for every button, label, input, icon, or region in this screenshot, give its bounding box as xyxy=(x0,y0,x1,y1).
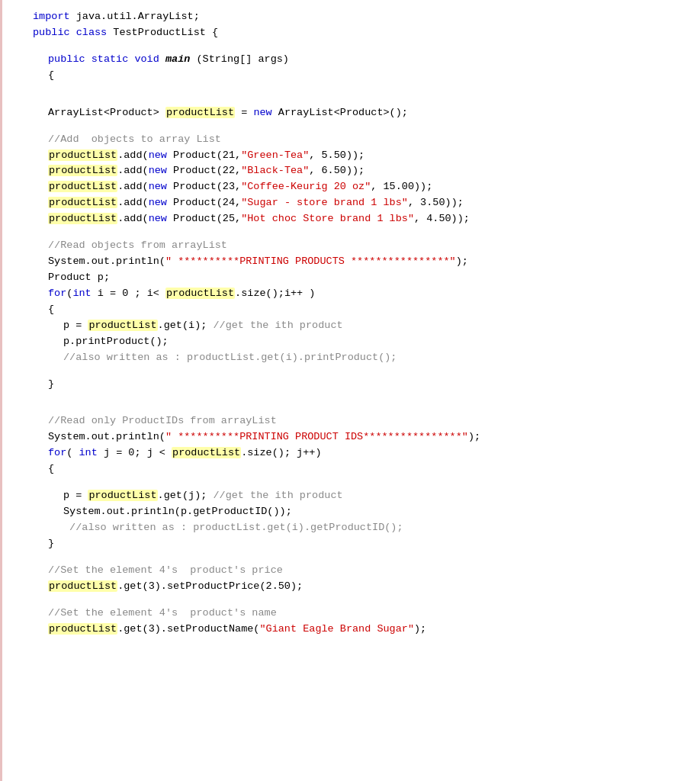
code-line-29: //Set the element 4's product's price xyxy=(33,563,685,579)
code-line-27: //also written as : productList.get(i).g… xyxy=(33,520,685,536)
code-line-28: } xyxy=(33,536,685,552)
code-line-23: for( int j = 0; j < productList.size(); … xyxy=(33,445,685,461)
code-line-21: //Read only ProductIDs from arrayList xyxy=(33,413,685,429)
code-line-20: } xyxy=(33,377,685,393)
code-line-14: Product p; xyxy=(33,270,685,286)
code-line-6: //Add objects to array List xyxy=(33,132,685,148)
code-line-26: System.out.println(p.getProductID()); xyxy=(33,504,685,520)
code-line-19: //also written as : productList.get(i).p… xyxy=(33,350,685,366)
code-content: import java.util.ArrayList; public class… xyxy=(2,9,700,638)
code-line-24: { xyxy=(33,461,685,477)
code-line-11: productList.add(new Product(25,"Hot choc… xyxy=(33,211,685,227)
code-line-1: import java.util.ArrayList; xyxy=(33,9,685,25)
code-line-12: //Read objects from arrayList xyxy=(33,238,685,254)
code-line-3: public static void main (String[] args) xyxy=(33,52,685,68)
code-line-2: public class TestProductList { xyxy=(33,25,685,41)
code-line-10: productList.add(new Product(24,"Sugar - … xyxy=(33,195,685,211)
code-line-5: ArrayList<Product> productList = new Arr… xyxy=(33,105,685,121)
code-line-8: productList.add(new Product(22,"Black-Te… xyxy=(33,163,685,179)
code-line-9: productList.add(new Product(23,"Coffee-K… xyxy=(33,179,685,195)
code-line-7: productList.add(new Product(21,"Green-Te… xyxy=(33,148,685,164)
code-line-18: p.printProduct(); xyxy=(33,334,685,350)
code-line-25: p = productList.get(j); //get the ith pr… xyxy=(33,488,685,504)
code-line-30: productList.get(3).setProductPrice(2.50)… xyxy=(33,579,685,595)
code-line-13: System.out.println(" **********PRINTING … xyxy=(33,254,685,270)
code-line-22: System.out.println(" **********PRINTING … xyxy=(33,429,685,445)
code-editor: import java.util.ArrayList; public class… xyxy=(0,0,700,781)
code-line-17: p = productList.get(i); //get the ith pr… xyxy=(33,318,685,334)
code-line-4: { xyxy=(33,68,685,84)
code-line-32: productList.get(3).setProductName("Giant… xyxy=(33,622,685,638)
code-line-31: //Set the element 4's product's name xyxy=(33,606,685,622)
code-line-16: { xyxy=(33,302,685,318)
code-line-15: for(int i = 0 ; i< productList.size();i+… xyxy=(33,286,685,302)
